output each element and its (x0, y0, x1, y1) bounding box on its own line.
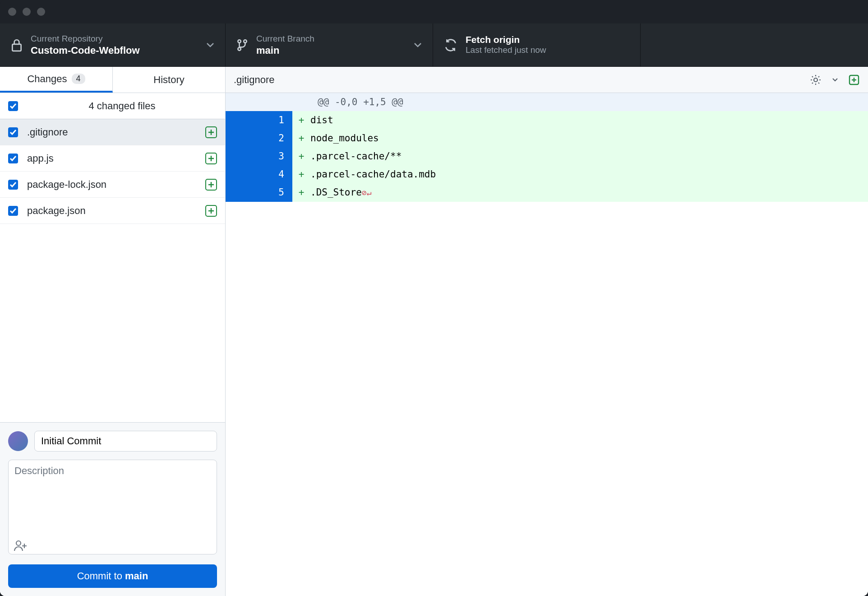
file-row[interactable]: .gitignore (0, 119, 225, 145)
commit-description-input[interactable] (8, 460, 217, 554)
tab-label: History (153, 74, 184, 86)
svg-point-2 (238, 47, 240, 50)
changes-count-badge: 4 (72, 74, 85, 84)
file-row[interactable]: package.json (0, 198, 225, 224)
chevron-down-icon (206, 42, 214, 48)
chevron-down-icon[interactable] (832, 78, 838, 82)
branch-icon (236, 38, 248, 52)
lock-icon (11, 38, 23, 52)
repo-label: Current Repository (31, 34, 198, 44)
tab-history[interactable]: History (113, 67, 225, 93)
file-added-icon (205, 126, 217, 138)
svg-point-5 (814, 78, 817, 82)
file-name: package-lock.json (27, 179, 196, 191)
diff-filename: .gitignore (234, 74, 275, 86)
repo-selector[interactable]: Current Repository Custom-Code-Webflow (0, 23, 226, 66)
svg-point-3 (244, 40, 246, 42)
tab-changes[interactable]: Changes 4 (0, 67, 113, 93)
commit-summary-input[interactable] (34, 431, 217, 452)
file-row[interactable]: app.js (0, 145, 225, 172)
tab-label: Changes (27, 73, 67, 85)
sidebar: Changes 4 History 4 changed files .gitig… (0, 67, 226, 596)
diff-hunk-header: @@ -0,0 +1,5 @@ (226, 93, 868, 111)
window-zoom-button[interactable] (37, 8, 45, 16)
file-checkbox[interactable] (8, 206, 18, 216)
file-name: .gitignore (27, 126, 196, 138)
add-coauthor-icon[interactable] (14, 539, 28, 552)
changed-files-summary: 4 changed files (27, 100, 217, 112)
chevron-down-icon (414, 42, 422, 48)
file-checkbox[interactable] (8, 127, 18, 137)
avatar[interactable] (8, 431, 28, 451)
commit-button[interactable]: Commit to main (8, 564, 217, 588)
diff-line[interactable]: 4+.parcel-cache/data.mdb (226, 165, 868, 183)
file-name: app.js (27, 153, 196, 164)
fetch-status: Last fetched just now (466, 45, 629, 55)
select-all-row[interactable]: 4 changed files (0, 93, 225, 119)
file-name: package.json (27, 205, 196, 217)
diff-pane: .gitignore @@ -0,0 +1,5 @@1+dist2+node_m… (226, 67, 868, 596)
svg-point-1 (238, 40, 240, 42)
window-close-button[interactable] (8, 8, 16, 16)
diff-line[interactable]: 5+.DS_Store⊘↵ (226, 183, 868, 202)
select-all-checkbox[interactable] (8, 101, 18, 111)
diff-line[interactable]: 2+node_modules (226, 129, 868, 147)
fetch-label: Fetch origin (466, 34, 629, 45)
expand-diff-button[interactable] (848, 74, 860, 86)
file-checkbox[interactable] (8, 154, 18, 163)
svg-rect-0 (12, 44, 21, 51)
svg-point-4 (16, 541, 21, 545)
branch-selector[interactable]: Current Branch main (226, 23, 433, 66)
diff-line[interactable]: 1+dist (226, 111, 868, 129)
titlebar (0, 0, 868, 23)
fetch-button[interactable]: Fetch origin Last fetched just now (433, 23, 641, 66)
window-minimize-button[interactable] (23, 8, 31, 16)
diff-settings-button[interactable] (809, 74, 822, 86)
branch-name: main (256, 45, 406, 56)
file-added-icon (205, 153, 217, 164)
no-newline-icon: ⊘↵ (362, 188, 372, 197)
diff-line[interactable]: 3+.parcel-cache/** (226, 147, 868, 165)
file-row[interactable]: package-lock.json (0, 172, 225, 198)
sync-icon (444, 38, 457, 52)
commit-panel: Description Commit to main (0, 422, 225, 596)
commit-button-branch: main (125, 570, 148, 582)
file-checkbox[interactable] (8, 180, 18, 190)
file-added-icon (205, 179, 217, 191)
branch-label: Current Branch (256, 34, 406, 44)
file-list: .gitignoreapp.jspackage-lock.jsonpackage… (0, 119, 225, 422)
repo-name: Custom-Code-Webflow (31, 45, 198, 56)
file-added-icon (205, 205, 217, 217)
diff-body[interactable]: @@ -0,0 +1,5 @@1+dist2+node_modules3+.pa… (226, 93, 868, 202)
commit-button-prefix: Commit to (77, 570, 125, 582)
toolbar: Current Repository Custom-Code-Webflow C… (0, 23, 868, 67)
